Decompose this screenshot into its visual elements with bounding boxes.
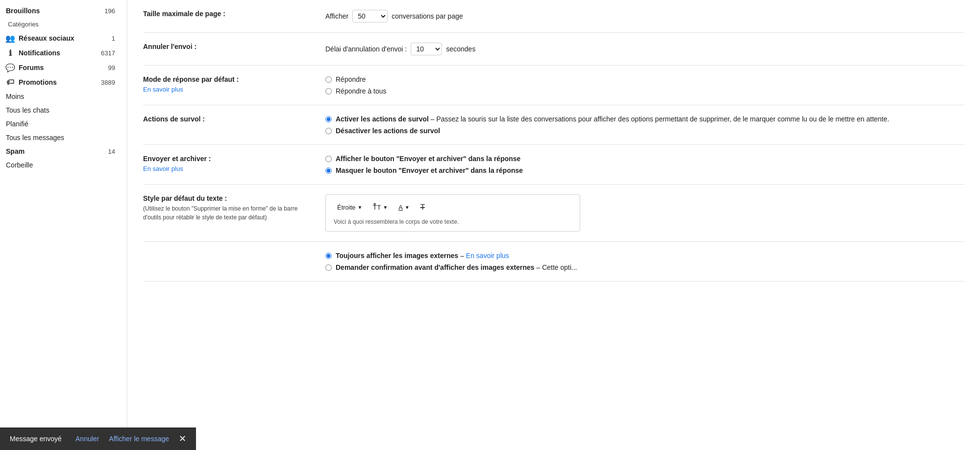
reply-mode-label: Mode de réponse par défaut : — [143, 75, 310, 83]
hover-actions-enable-desc: Passez la souris sur la liste des conver… — [436, 115, 889, 123]
send-archive-show-radio[interactable] — [325, 156, 332, 162]
settings-label-hover-actions: Actions de survol : — [143, 115, 310, 123]
cancel-delay-select[interactable]: 5 10 20 30 — [411, 43, 442, 55]
settings-row-cancel-send: Annuler l'envoi : Délai d'annulation d'e… — [143, 33, 964, 66]
sidebar-item-corbeille[interactable]: Corbeille — [0, 158, 123, 172]
hover-actions-label: Actions de survol : — [143, 115, 205, 123]
external-images-ask-desc: Cette opti... — [542, 263, 577, 271]
sidebar-item-notifications[interactable]: ℹ Notifications 6317 — [0, 46, 123, 60]
cancel-send-label: Annuler l'envoi : — [143, 43, 196, 50]
sidebar-item-count: 1 — [112, 35, 115, 42]
sidebar-item-label: Tous les chats — [6, 106, 115, 114]
sidebar-item-label: Brouillons — [6, 7, 100, 15]
sidebar-item-count: 3889 — [101, 79, 115, 86]
external-images-always-label: Toujours afficher les images externes — [336, 252, 458, 260]
sidebar-item-label: Tous les messages — [6, 134, 115, 142]
external-images-always-sep: – — [460, 252, 466, 260]
sidebar-item-spam[interactable]: Spam 14 — [0, 144, 123, 158]
font-color-icon: A — [398, 204, 403, 211]
send-archive-hide-radio[interactable] — [325, 167, 332, 174]
cancel-delay-prefix: Délai d'annulation d'envoi : — [325, 45, 407, 53]
font-size-button[interactable]: T͌T ▼ — [369, 202, 391, 213]
send-archive-hide-option: Masquer le bouton "Envoyer et archiver" … — [325, 166, 964, 174]
font-size-chevron-icon: ▼ — [383, 205, 388, 210]
page-size-suffix: conversations par page — [392, 12, 463, 20]
settings-row-external-images: Toujours afficher les images externes – … — [143, 242, 964, 282]
remove-format-button[interactable]: T̶ — [417, 201, 428, 213]
settings-row-reply-mode: Mode de réponse par défaut : En savoir p… — [143, 66, 964, 105]
settings-value-cancel-send: Délai d'annulation d'envoi : 5 10 20 30 … — [325, 43, 964, 55]
page-size-prefix: Afficher — [325, 12, 348, 20]
sidebar-item-promotions[interactable]: 🏷 Promotions 3889 — [0, 75, 123, 90]
reply-mode-learn-more-link[interactable]: En savoir plus — [143, 86, 183, 93]
font-family-chevron-icon: ▼ — [358, 205, 363, 210]
settings-value-reply-mode: Répondre Répondre à tous — [325, 75, 964, 95]
notification-bar-view-button[interactable]: Afficher le message — [109, 435, 169, 443]
reply-mode-reply-option: Répondre — [325, 75, 964, 83]
sidebar-item-brouillons[interactable]: Brouillons 196 — [0, 4, 123, 18]
page-size-select[interactable]: 10 25 50 100 — [352, 10, 388, 23]
send-archive-hide-label: Masquer le bouton "Envoyer et archiver" … — [336, 166, 523, 174]
settings-row-hover-actions: Actions de survol : Activer les actions … — [143, 105, 964, 145]
reply-mode-reply-radio[interactable] — [325, 76, 332, 83]
notification-bar-text: Message envoyé — [10, 435, 66, 443]
hover-actions-enable-label: Activer les actions de survol — [336, 115, 429, 123]
settings-label-page-size: Taille maximale de page : — [143, 10, 310, 18]
external-images-always-link[interactable]: En savoir plus — [466, 252, 509, 260]
sidebar-item-tous-messages[interactable]: Tous les messages — [0, 131, 123, 144]
notification-bar-close-button[interactable]: ✕ — [179, 434, 186, 443]
settings-row-send-archive: Envoyer et archiver : En savoir plus Aff… — [143, 145, 964, 185]
reply-mode-reply-all-option: Répondre à tous — [325, 87, 964, 95]
sidebar-item-planifie[interactable]: Planifié — [0, 117, 123, 131]
send-archive-show-label: Afficher le bouton "Envoyer et archiver"… — [336, 155, 520, 163]
text-style-toolbar: Étroite ▼ T͌T ▼ A ▼ T̶ — [334, 201, 572, 213]
font-color-chevron-icon: ▼ — [405, 205, 410, 210]
external-images-ask-option: Demander confirmation avant d'afficher d… — [325, 263, 964, 271]
send-archive-show-option: Afficher le bouton "Envoyer et archiver"… — [325, 155, 964, 163]
external-images-always-radio[interactable] — [325, 253, 332, 259]
sidebar-item-label: Forums — [19, 64, 104, 71]
sidebar-item-label: Notifications — [19, 49, 97, 57]
external-images-ask-radio[interactable] — [325, 264, 332, 271]
send-archive-learn-more-link[interactable]: En savoir plus — [143, 165, 183, 172]
font-name-label: Étroite — [337, 204, 356, 211]
sidebar-item-label: Réseaux sociaux — [19, 34, 108, 42]
sidebar-item-reseaux-sociaux[interactable]: 👥 Réseaux sociaux 1 — [0, 31, 123, 46]
reply-mode-reply-all-radio[interactable] — [325, 88, 332, 95]
hover-actions-enable-radio[interactable] — [325, 116, 332, 122]
social-icon: 👥 — [6, 34, 15, 43]
settings-label-text-style: Style par défaut du texte : (Utilisez le… — [143, 194, 310, 222]
hover-actions-enable-sep: – — [431, 115, 437, 123]
sidebar-item-count: 14 — [108, 148, 115, 155]
notification-bar-cancel-button[interactable]: Annuler — [75, 435, 99, 443]
notification-bar: Message envoyé Annuler Afficher le messa… — [0, 427, 196, 450]
settings-value-send-archive: Afficher le bouton "Envoyer et archiver"… — [325, 155, 964, 174]
text-style-box: Étroite ▼ T͌T ▼ A ▼ T̶ Voici à quo — [325, 194, 580, 232]
send-archive-radio-group: Afficher le bouton "Envoyer et archiver"… — [325, 155, 964, 174]
sidebar-item-count: 196 — [104, 7, 115, 15]
sidebar-item-moins[interactable]: Moins — [0, 90, 123, 103]
text-style-preview: Voici à quoi ressemblera le corps de vot… — [334, 218, 572, 225]
external-images-ask-sep: – — [536, 263, 542, 271]
hover-actions-disable-radio[interactable] — [325, 128, 332, 134]
notifications-icon: ℹ — [6, 48, 15, 57]
promotions-icon: 🏷 — [6, 78, 15, 87]
sidebar: Brouillons 196 Catégories 👥 Réseaux soci… — [0, 0, 127, 450]
font-color-button[interactable]: A ▼ — [395, 202, 413, 213]
page-size-label: Taille maximale de page : — [143, 10, 225, 18]
forums-icon: 💬 — [6, 63, 15, 72]
sidebar-item-label: Moins — [6, 93, 115, 100]
settings-value-text-style: Étroite ▼ T͌T ▼ A ▼ T̶ Voici à quo — [325, 194, 964, 232]
font-family-button[interactable]: Étroite ▼ — [334, 202, 366, 213]
sidebar-item-forums[interactable]: 💬 Forums 99 — [0, 60, 123, 75]
sidebar-item-tous-chats[interactable]: Tous les chats — [0, 103, 123, 117]
sidebar-section-categories: Catégories — [0, 18, 127, 31]
settings-value-external-images: Toujours afficher les images externes – … — [325, 252, 964, 271]
reply-mode-radio-group: Répondre Répondre à tous — [325, 75, 964, 95]
hover-actions-disable-option: Désactiver les actions de survol — [325, 127, 964, 135]
external-images-radio-group: Toujours afficher les images externes – … — [325, 252, 964, 271]
remove-format-icon: T̶ — [420, 203, 425, 212]
reply-mode-reply-label: Répondre — [336, 75, 964, 83]
external-images-always-option: Toujours afficher les images externes – … — [325, 252, 964, 260]
settings-value-page-size: Afficher 10 25 50 100 conversations par … — [325, 10, 964, 23]
